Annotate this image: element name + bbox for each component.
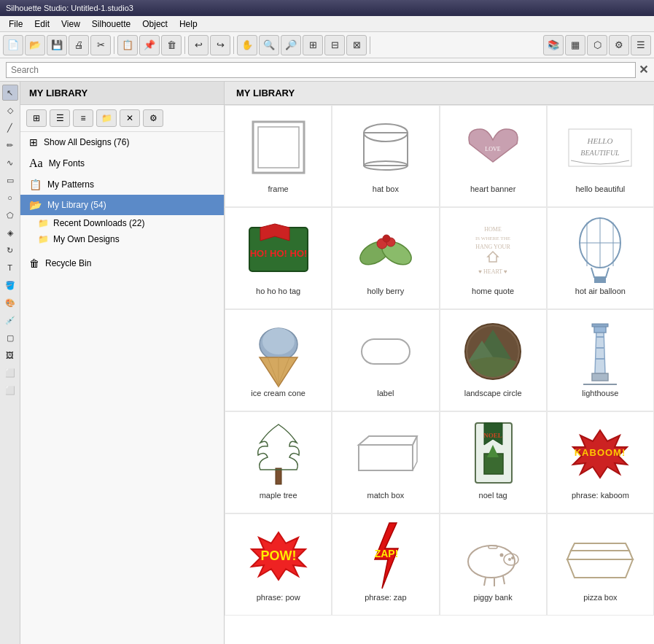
thumb-hot-air-balloon bbox=[564, 217, 637, 282]
redo-btn[interactable]: ↪ bbox=[210, 35, 230, 55]
new-btn[interactable]: 📄 bbox=[3, 35, 23, 55]
print-btn[interactable]: 🖨 bbox=[69, 35, 89, 55]
content-area[interactable]: MY LIBRARY frame bbox=[225, 82, 654, 644]
thumb-landscape-circle bbox=[456, 319, 529, 384]
sidebar-item-my-patterns[interactable]: 📋 My Patterns bbox=[20, 174, 224, 195]
label-home-quote: home quote bbox=[472, 287, 514, 295]
pencil-tool[interactable]: ✏ bbox=[2, 137, 18, 153]
color-tool[interactable]: 🎨 bbox=[2, 295, 18, 311]
sidebar-item-my-own-designs[interactable]: 📁 My Own Designs bbox=[20, 231, 224, 247]
design-item-match-box[interactable]: match box bbox=[332, 411, 439, 513]
frame-tool[interactable]: ▢ bbox=[2, 330, 18, 346]
zoom-in-btn[interactable]: 🔍 bbox=[259, 35, 279, 55]
rotate-tool[interactable]: ↻ bbox=[2, 242, 18, 258]
svg-text:BEAUTIFUL: BEAUTIFUL bbox=[581, 149, 620, 157]
detail-view-btn[interactable]: ≡ bbox=[73, 109, 93, 127]
add-folder-btn[interactable]: 📁 bbox=[96, 109, 117, 127]
design-item-phrase-kaboom[interactable]: KABOOM! phrase: kaboom bbox=[547, 411, 654, 513]
polygon-tool[interactable]: ⬠ bbox=[2, 207, 18, 223]
design-item-heart-banner[interactable]: LOVE heart banner bbox=[440, 105, 547, 207]
grid-view-btn[interactable]: ⊞ bbox=[26, 109, 47, 127]
menu-bar: File Edit View Silhouette Object Help bbox=[0, 16, 654, 32]
cut-machine-btn[interactable]: ✂ bbox=[90, 35, 111, 55]
menu-silhouette[interactable]: Silhouette bbox=[86, 18, 136, 31]
fill-tool[interactable]: 🪣 bbox=[2, 277, 18, 293]
svg-text:NOEL: NOEL bbox=[483, 432, 502, 439]
menu-extra-btn[interactable]: ☰ bbox=[631, 35, 651, 55]
settings-btn[interactable]: ⚙ bbox=[609, 35, 629, 55]
search-input[interactable] bbox=[6, 62, 636, 78]
sep1 bbox=[114, 36, 114, 54]
design-item-hot-air-balloon[interactable]: hot air balloon bbox=[547, 207, 654, 309]
grid-btn[interactable]: ▦ bbox=[565, 35, 585, 55]
label-noel-tag: noel tag bbox=[479, 491, 507, 500]
menu-edit[interactable]: Edit bbox=[28, 18, 55, 31]
design-item-phrase-pow[interactable]: POW! phrase: pow bbox=[225, 513, 332, 616]
svg-text:IS WHERE THE: IS WHERE THE bbox=[475, 236, 510, 241]
list-view-btn[interactable]: ☰ bbox=[50, 109, 70, 127]
search-close-btn[interactable]: ✕ bbox=[639, 63, 648, 77]
pattern-icon: 📋 bbox=[29, 179, 42, 190]
open-btn[interactable]: 📂 bbox=[25, 35, 45, 55]
panel2[interactable]: ⬜ bbox=[2, 382, 18, 398]
design-item-maple-tree[interactable]: maple tree bbox=[225, 411, 332, 513]
sidebar-item-my-library[interactable]: 📂 My Library (54) bbox=[20, 195, 224, 215]
design-item-frame[interactable]: frame bbox=[225, 105, 332, 207]
sidebar-item-show-all[interactable]: ⊞ Show All Designs (76) bbox=[20, 132, 224, 152]
label-maple-tree: maple tree bbox=[260, 491, 297, 500]
hand-btn[interactable]: ✋ bbox=[237, 35, 257, 55]
design-item-hat-box[interactable]: hat box bbox=[332, 105, 439, 207]
design-item-hello-beautiful[interactable]: HELLO BEAUTIFUL hello beautiful bbox=[547, 105, 654, 207]
zoom-fit-btn[interactable]: ⊞ bbox=[303, 35, 323, 55]
menu-file[interactable]: File bbox=[3, 18, 28, 31]
lib-btn[interactable]: 📚 bbox=[543, 35, 564, 55]
remove-btn[interactable]: ✕ bbox=[120, 109, 140, 127]
menu-view[interactable]: View bbox=[55, 18, 86, 31]
3d-tool[interactable]: ◈ bbox=[2, 225, 18, 241]
design-item-pizza-box[interactable]: pizza box bbox=[547, 513, 654, 616]
pan-btn[interactable]: ⊠ bbox=[346, 35, 367, 55]
design-item-noel-tag[interactable]: NOEL noel tag bbox=[440, 411, 547, 513]
select-tool[interactable]: ↖ bbox=[2, 85, 18, 101]
sidebar-item-recent-downloads[interactable]: 📁 Recent Downloads (22) bbox=[20, 215, 224, 231]
eyedrop-tool[interactable]: 💉 bbox=[2, 312, 18, 328]
paste-btn[interactable]: 📌 bbox=[139, 35, 160, 55]
copy-btn[interactable]: 📋 bbox=[117, 35, 138, 55]
sidebar-item-my-fonts[interactable]: Aa My Fonts bbox=[20, 152, 224, 174]
show-all-label: Show All Designs (76) bbox=[44, 137, 129, 147]
design-item-label[interactable]: label bbox=[332, 309, 439, 411]
photo-tool[interactable]: 🖼 bbox=[2, 347, 18, 363]
ellipse-tool[interactable]: ○ bbox=[2, 190, 18, 206]
design-item-home-quote[interactable]: HOME IS WHERE THE HANG YOUR ♥ HEART ♥ ho… bbox=[440, 207, 547, 309]
design-item-phrase-zap[interactable]: ZAP! phrase: zap bbox=[332, 513, 439, 616]
undo-btn[interactable]: ↩ bbox=[188, 35, 209, 55]
rectangle-tool[interactable]: ▭ bbox=[2, 172, 18, 188]
recycle-label: Recycle Bin bbox=[45, 258, 91, 268]
design-item-ho-ho-ho-tag[interactable]: HO! HO! HO! ho ho ho tag bbox=[225, 207, 332, 309]
design-item-piggy-bank[interactable]: piggy bank bbox=[440, 513, 547, 616]
design-item-landscape-circle[interactable]: landscape circle bbox=[440, 309, 547, 411]
sidebar-item-recycle-bin[interactable]: 🗑 Recycle Bin bbox=[20, 253, 224, 273]
save-btn[interactable]: 💾 bbox=[47, 35, 67, 55]
thumb-phrase-zap: ZAP! bbox=[349, 523, 422, 589]
hex-btn[interactable]: ⬡ bbox=[587, 35, 607, 55]
panel1[interactable]: ⬜ bbox=[2, 365, 18, 381]
bezier-tool[interactable]: ∿ bbox=[2, 155, 18, 171]
line-tool[interactable]: ╱ bbox=[2, 120, 18, 136]
menu-object[interactable]: Object bbox=[136, 18, 174, 31]
design-item-holly-berry[interactable]: holly berry bbox=[332, 207, 439, 309]
menu-help[interactable]: Help bbox=[174, 18, 203, 31]
zoom-select-btn[interactable]: ⊟ bbox=[324, 35, 345, 55]
zoom-out-btn[interactable]: 🔎 bbox=[281, 35, 301, 55]
design-item-lighthouse[interactable]: lighthouse bbox=[547, 309, 654, 411]
options-btn[interactable]: ⚙ bbox=[143, 109, 163, 127]
label-frame: frame bbox=[268, 185, 289, 193]
design-item-ice-cream-cone[interactable]: ice cream cone bbox=[225, 309, 332, 411]
sep4 bbox=[370, 36, 370, 54]
sidebar: MY LIBRARY ⊞ ☰ ≡ 📁 ✕ ⚙ ⊞ Show All Design… bbox=[20, 82, 225, 644]
svg-point-16 bbox=[383, 235, 390, 242]
title-text: Silhouette Studio: Untitled-1.studio3 bbox=[6, 4, 133, 12]
node-tool[interactable]: ◇ bbox=[2, 102, 18, 118]
delete-btn[interactable]: 🗑 bbox=[161, 35, 182, 55]
text-tool[interactable]: T bbox=[2, 260, 18, 276]
